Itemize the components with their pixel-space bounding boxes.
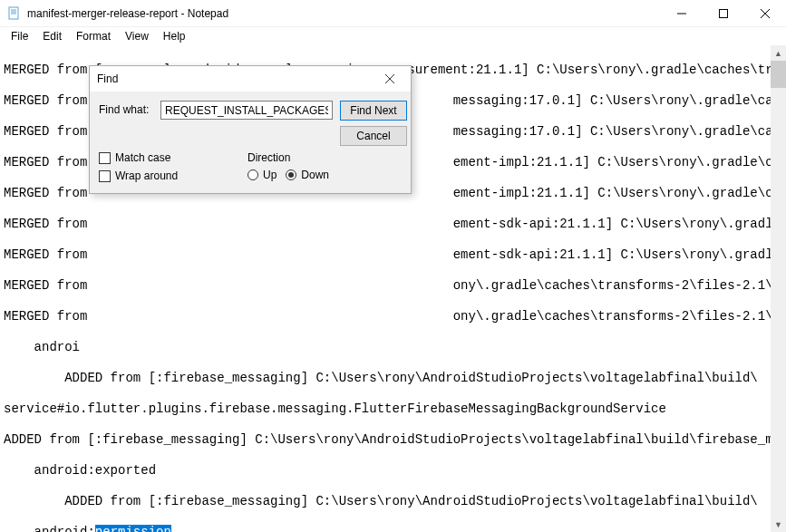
search-match-highlight: permission (95, 525, 171, 532)
cancel-button[interactable]: Cancel (340, 126, 407, 146)
scroll-down-icon[interactable]: ▼ (771, 517, 786, 532)
text-line: MERGED from ement-sdk-api:21.1.1] C:\Use… (4, 247, 782, 263)
text-line: MERGED from ement-sdk-api:21.1.1] C:\Use… (4, 217, 782, 232)
text-line: service#io.flutter.plugins.firebase.mess… (4, 401, 782, 417)
direction-down-radio[interactable]: Down (286, 169, 329, 181)
text-line: ADDED from [:firebase_messaging] C:\User… (4, 432, 782, 448)
scroll-up-icon[interactable]: ▲ (771, 45, 786, 61)
close-button[interactable] (744, 0, 786, 27)
menu-format[interactable]: Format (69, 28, 118, 44)
find-next-button[interactable]: Find Next (340, 101, 407, 121)
notepad-icon (7, 6, 22, 21)
vertical-scrollbar[interactable]: ▲ ▼ (771, 45, 786, 532)
direction-up-radio[interactable]: Up (247, 169, 277, 181)
minimize-button[interactable] (661, 0, 703, 27)
radio-icon (247, 169, 258, 180)
menu-help[interactable]: Help (156, 28, 193, 44)
window-title: manifest-merger-release-report - Notepad (27, 7, 228, 20)
checkbox-icon (99, 152, 111, 164)
menu-edit[interactable]: Edit (35, 28, 69, 44)
menu-view[interactable]: View (118, 28, 156, 44)
find-what-label: Find what: (99, 101, 153, 116)
text-line: MERGED from ony\.gradle\caches\transform… (4, 278, 782, 294)
maximize-button[interactable] (703, 0, 744, 27)
text-line: ADDED from [:firebase_messaging] C:\User… (4, 494, 782, 509)
find-close-button[interactable] (376, 69, 403, 89)
menu-bar: File Edit Format View Help (0, 27, 786, 45)
wrap-around-checkbox[interactable]: Wrap around (99, 169, 178, 182)
text-line: androi (4, 340, 782, 355)
text-line: android:permission (4, 525, 782, 532)
find-dialog-titlebar[interactable]: Find (90, 66, 411, 92)
text-line: android:exported (4, 463, 782, 479)
text-line: MERGED from ony\.gradle\caches\transform… (4, 309, 782, 324)
scroll-thumb[interactable] (771, 61, 786, 88)
find-dialog: Find Find what: Find Next Cancel Match c… (89, 65, 412, 194)
radio-icon (286, 169, 296, 180)
window-controls (661, 0, 786, 27)
find-what-input[interactable] (160, 101, 333, 120)
svg-rect-5 (720, 9, 728, 17)
direction-label: Direction (247, 151, 329, 164)
window-titlebar: manifest-merger-release-report - Notepad (0, 0, 786, 27)
checkbox-icon (99, 170, 111, 182)
text-line: ADDED from [:firebase_messaging] C:\User… (4, 371, 782, 386)
menu-file[interactable]: File (4, 28, 35, 44)
find-dialog-title: Find (97, 73, 118, 85)
match-case-checkbox[interactable]: Match case (99, 151, 178, 164)
